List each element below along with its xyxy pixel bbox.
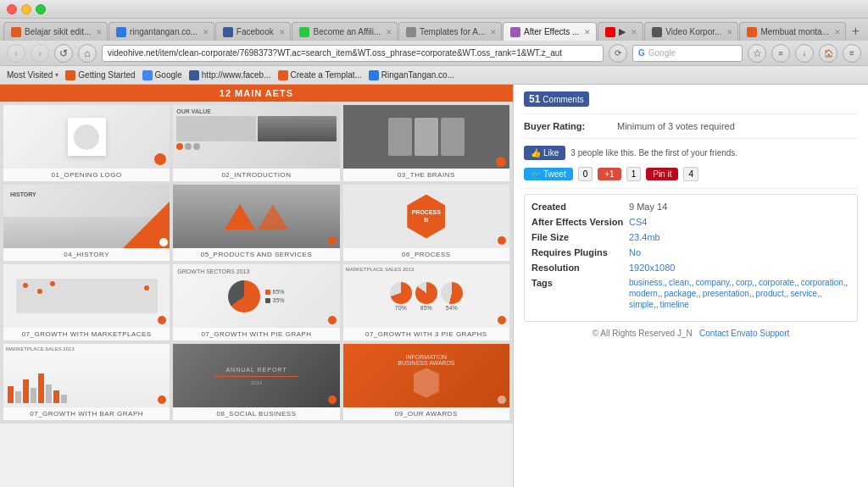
tab-favicon [406, 27, 416, 37]
tab-close-icon[interactable]: ✕ [203, 28, 209, 36]
grid-item-5[interactable]: 05_PRODUCTS AND SERVICES [173, 185, 339, 261]
close-button[interactable] [7, 4, 17, 14]
tag-clean[interactable]: clean, [669, 278, 693, 287]
menu-icon[interactable]: ≡ [843, 44, 861, 63]
grid-label-3: 03_THE BRAINS [343, 169, 509, 181]
search-bar[interactable]: G Google [632, 45, 743, 62]
tag-business[interactable]: business, [629, 278, 667, 287]
resolution-value[interactable]: 1920x1080 [629, 263, 675, 273]
bookmark-google[interactable]: Google [142, 70, 182, 80]
maximize-button[interactable] [36, 4, 46, 14]
grid-label-1: 01_OPENING LOGO [3, 169, 170, 181]
grid-item-11[interactable]: ANNUAL REPORT 2014 08_SOCIAL BUSINESS [173, 344, 339, 420]
tab-close-icon[interactable]: ✕ [834, 28, 841, 36]
tab-facebook[interactable]: Facebook ✕ [215, 22, 292, 41]
tab-close-icon[interactable]: ✕ [584, 28, 591, 36]
grid-item-4[interactable]: HISTORY 04_HISTORY [3, 185, 170, 261]
chevron-down-icon: ▾ [55, 71, 58, 79]
tab-close-icon[interactable]: ✕ [631, 28, 637, 36]
tag-simple[interactable]: simple, [629, 300, 658, 309]
thumbnail-11: ANNUAL REPORT 2014 [173, 344, 339, 407]
address-bar[interactable]: videohive.net/item/clean-corporate/76983… [102, 45, 604, 62]
comments-section: 51 Comments [524, 91, 858, 114]
reload-button[interactable]: ↺ [54, 44, 73, 63]
grid-item-1[interactable]: 01_OPENING LOGO [3, 105, 170, 181]
tag-presentation[interactable]: presentation, [703, 289, 754, 298]
grid-item-10[interactable]: MARKETPLACE SALES 2013 07_GROWTH WITH BA… [3, 344, 170, 420]
tab-become[interactable]: Become an Affili... ✕ [292, 22, 398, 41]
tweet-count: 0 [578, 167, 593, 181]
tags-container: business, clean, company, corp, corporat… [629, 278, 850, 309]
tab-belajar[interactable]: Belajar sikit edit... ✕ [3, 22, 108, 41]
bookmark-create-template[interactable]: Create a Templat... [278, 70, 362, 80]
filesize-value[interactable]: 23.4mb [629, 232, 660, 242]
tab-youtube[interactable]: ▶ ✕ [598, 22, 644, 41]
grid-item-3[interactable]: 03_THE BRAINS [343, 105, 509, 181]
filesize-label: File Size [531, 232, 629, 242]
tag-corp[interactable]: corp, [736, 278, 757, 287]
tag-corporation[interactable]: corporation, [801, 278, 849, 287]
bookmark-facebook[interactable]: http://www.faceb... [189, 70, 271, 80]
tag-product[interactable]: product, [755, 289, 788, 298]
page-content: 12 MAIN AETS 01_OPENING LOGO OUR VALU [0, 85, 868, 487]
facebook-like-button[interactable]: 👍 Like [524, 146, 565, 160]
bookmark-ringan[interactable]: RinganTangan.co... [369, 70, 454, 80]
tab-membuat[interactable]: Membuat monta... ✕ [739, 22, 845, 41]
minimize-button[interactable] [21, 4, 31, 14]
title-bar [0, 0, 868, 19]
tab-video-corp[interactable]: Video Korpor... ✕ [644, 22, 738, 41]
home-icon[interactable]: 🏠 [819, 44, 837, 63]
reader-icon[interactable]: ≡ [771, 44, 790, 63]
comments-badge[interactable]: 51 Comments [524, 91, 589, 107]
tab-favicon [223, 27, 233, 37]
grid-item-12[interactable]: INFORMATIONBUSINESS AWARDS 09_OUR AWARDS [343, 344, 509, 420]
tab-label: After Effects ... [524, 27, 579, 36]
tab-ringan[interactable]: ringantangan.co... ✕ [108, 22, 214, 41]
thumbnail-5 [173, 185, 339, 248]
thumbnail-6: PROCESSB [343, 185, 509, 248]
bookmark-label: Create a Templat... [291, 70, 362, 80]
grid-label-12: 09_OUR AWARDS [343, 407, 509, 420]
grid-label-11: 08_SOCIAL BUSINESS [173, 407, 339, 420]
grid-item-6[interactable]: PROCESSB 06_PROCESS [343, 185, 509, 261]
new-tab-button[interactable]: + [847, 22, 865, 41]
tag-service[interactable]: service, [790, 289, 821, 298]
search-text: Google [648, 48, 676, 58]
tab-close-icon[interactable]: ✕ [96, 28, 103, 36]
grid-item-8[interactable]: GROWTH SECTORS 2013 65% 35% 07_GROWTH WI… [173, 264, 339, 340]
home-button[interactable]: ⌂ [78, 44, 97, 63]
grid-item-2[interactable]: OUR VALUE 02_INTRODUCTION [173, 105, 339, 181]
bookmark-getting-started[interactable]: Getting Started [65, 70, 135, 80]
left-panel: 12 MAIN AETS 01_OPENING LOGO OUR VALU [0, 85, 513, 487]
tag-company[interactable]: company, [696, 278, 734, 287]
back-button[interactable]: ‹ [7, 44, 25, 63]
tab-close-icon[interactable]: ✕ [386, 28, 392, 36]
pin-button[interactable]: Pin it [646, 168, 678, 180]
tweet-button[interactable]: 🐦 Tweet [524, 168, 573, 180]
tab-close-icon[interactable]: ✕ [726, 28, 733, 36]
version-value[interactable]: CS4 [629, 217, 647, 227]
grid-label-2: 02_INTRODUCTION [173, 169, 339, 181]
tab-label: Templates for A... [420, 27, 485, 36]
plugins-value[interactable]: No [629, 247, 641, 257]
tweet-label: Tweet [543, 169, 566, 179]
bookmark-most-visited[interactable]: Most Visited ▾ [7, 70, 58, 80]
bookmarks-icon[interactable]: ☆ [748, 44, 766, 63]
refresh-icon[interactable]: ⟳ [609, 44, 627, 63]
tag-modern[interactable]: modern, [629, 289, 662, 298]
bookmark-favicon [189, 70, 199, 80]
tab-close-icon[interactable]: ✕ [490, 28, 497, 36]
download-icon[interactable]: ↓ [795, 44, 814, 63]
forward-button[interactable]: › [31, 44, 49, 63]
contact-envato-link[interactable]: Contact Envato Support [699, 329, 789, 338]
tab-after-effects[interactable]: After Effects ... ✕ [503, 22, 597, 41]
grid-item-9[interactable]: MARKETPLACE SALES 2013 70% 85% 54% [343, 264, 509, 340]
tag-corporate[interactable]: corporate, [759, 278, 799, 287]
tab-close-icon[interactable]: ✕ [279, 28, 286, 36]
grid-item-7[interactable]: 07_GROWTH WITH MARKETPLACES [3, 264, 170, 340]
tag-timeline[interactable]: timeline [659, 300, 688, 309]
tag-package[interactable]: package, [664, 289, 700, 298]
tab-templates[interactable]: Templates for A... ✕ [398, 22, 502, 41]
facebook-like-text: 3 people like this. Be the first of your… [570, 148, 737, 158]
gplus-button[interactable]: +1 [598, 168, 620, 180]
